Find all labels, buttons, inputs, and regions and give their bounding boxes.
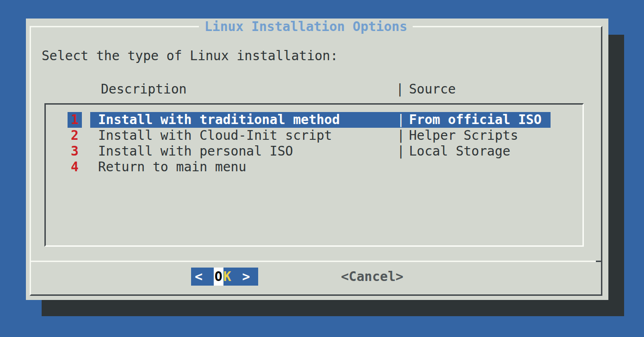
- dialog-window: Linux Installation Options Select the ty…: [26, 19, 608, 300]
- cancel-button[interactable]: <Cancel>: [341, 268, 403, 286]
- menu-item-3[interactable]: 3 Install with personal ISO | Local Stor…: [46, 144, 582, 159]
- column-header-description: Description: [101, 81, 186, 97]
- menu-item-number: 2: [68, 128, 82, 144]
- ok-button[interactable]: < O K >: [191, 268, 258, 286]
- menu-item-separator: |: [397, 144, 405, 159]
- button-area-divider: [30, 261, 602, 262]
- menu-item-separator: |: [397, 128, 405, 144]
- menu-item-separator: |: [397, 112, 405, 128]
- prompt-text: Select the type of Linux installation:: [42, 48, 338, 64]
- menu-item-4[interactable]: 4 Return to main menu: [46, 159, 582, 175]
- ok-close-bracket: >: [242, 269, 250, 284]
- column-header-source: Source: [409, 81, 456, 97]
- ok-hotkey-rest: K: [223, 269, 231, 284]
- menu-item-number: 3: [68, 144, 82, 159]
- menu-item-number: 1: [68, 112, 82, 128]
- dialog-title: Linux Installation Options: [199, 20, 413, 34]
- menu-item-source: Local Storage: [409, 144, 510, 159]
- menu-item-description: Install with traditional method: [98, 112, 340, 128]
- menu-item-2[interactable]: 2 Install with Cloud-Init script | Helpe…: [46, 128, 582, 144]
- menu-item-description: Install with Cloud-Init script: [98, 128, 332, 144]
- menu-item-1[interactable]: 1 Install with traditional method | From…: [46, 112, 582, 128]
- menu-item-source: From official ISO: [409, 112, 542, 128]
- ok-open-bracket: <: [195, 269, 203, 284]
- menu-item-description: Install with personal ISO: [98, 144, 293, 159]
- menu-item-description: Return to main menu: [98, 159, 246, 175]
- menu-item-source: Helper Scripts: [409, 128, 518, 144]
- column-header-separator: |: [396, 81, 404, 97]
- ok-cursor-char: O: [214, 268, 223, 286]
- menu-item-number: 4: [68, 159, 82, 175]
- menu-list: 1 Install with traditional method | From…: [44, 103, 584, 247]
